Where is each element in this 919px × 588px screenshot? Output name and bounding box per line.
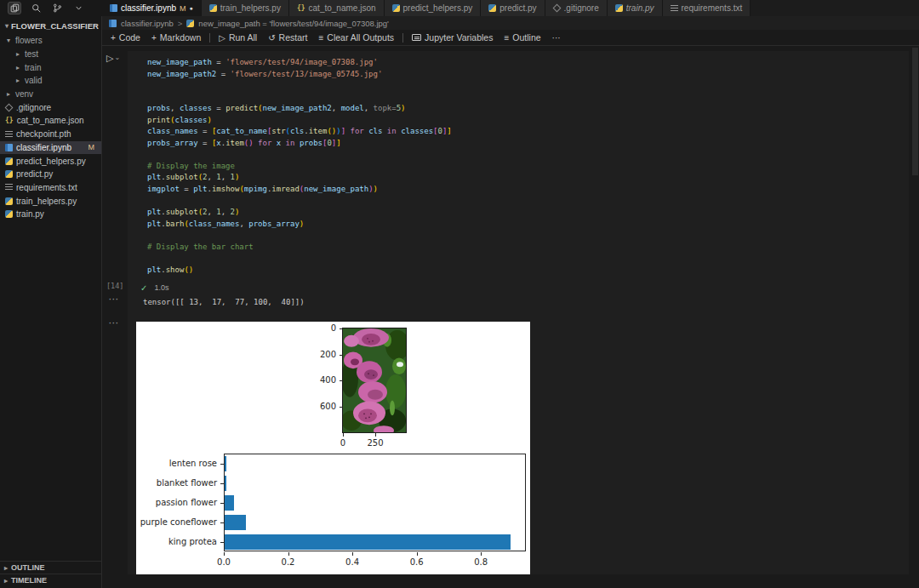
code-token: for	[345, 127, 368, 135]
scrollbar[interactable]	[912, 48, 918, 175]
file-label: flowers	[15, 36, 43, 45]
code-line[interactable]	[147, 196, 909, 208]
code-line[interactable]: plt.subplot(2, 1, 2)	[147, 207, 909, 219]
sidebar-item-venv[interactable]: ▸venv	[0, 88, 101, 101]
sidebar-item-train_helpers.py[interactable]: train_helpers.py	[0, 194, 101, 208]
tab-train.py[interactable]: train.py	[608, 0, 663, 16]
toolbar-jupyter-variables-button[interactable]: Jupyter Variables	[407, 30, 498, 46]
outline-panel-header[interactable]: ▸ OUTLINE	[0, 561, 101, 574]
tab-classifier.ipynb[interactable]: classifier.ipynbM●	[102, 0, 202, 16]
file-tree: ▾flowers▸test▸train▸valid▸venv.gitignore…	[0, 34, 101, 221]
tab-train_helpers.py[interactable]: train_helpers.py	[202, 0, 289, 16]
notebook-icon	[5, 144, 13, 151]
tab-requirements.txt[interactable]: requirements.txt	[663, 0, 751, 16]
toolbar-run-all-button[interactable]: ▷Run All	[214, 30, 262, 46]
cell-code-editor[interactable]: new_image_path = 'flowers/test/94/image_…	[128, 51, 909, 281]
explorer-icon[interactable]	[8, 2, 21, 14]
source-control-icon[interactable]	[50, 2, 64, 14]
text-output: tensor([[ 13, 17, 77, 100, 40]])	[128, 294, 909, 310]
toolbar-markdown-button[interactable]: +Markdown	[146, 30, 206, 46]
code-line[interactable]: probs_array = [x.item() for x in probs[0…	[147, 138, 909, 150]
image-ytick-label: 400	[136, 375, 336, 385]
code-line[interactable]: plt.subplot(2, 1, 1)	[147, 172, 909, 184]
code-token: plt	[147, 220, 161, 228]
tab-label: train_helpers.py	[220, 3, 281, 13]
breadcrumb-symbol[interactable]: new_image_path = 'flowers/test/94/image_…	[198, 19, 389, 28]
code-line[interactable]	[147, 149, 909, 161]
sidebar-item-valid[interactable]: ▸valid	[0, 74, 101, 88]
code-token: ]	[336, 139, 340, 147]
bar-xtick-label: 0.6	[404, 557, 430, 568]
file-label: classifier.ipynb	[16, 143, 71, 152]
code-line[interactable]	[147, 230, 909, 242]
axis-tick	[220, 483, 224, 484]
tab-predict_helpers.py[interactable]: predict_helpers.py	[385, 0, 482, 16]
sidebar-item-requirements.txt[interactable]: requirements.txt	[0, 181, 101, 195]
code-token: new_image_path2	[147, 70, 216, 78]
tab-predict.py[interactable]: predict.py	[481, 0, 545, 16]
sidebar-item-train[interactable]: ▸train	[0, 60, 101, 74]
sidebar-item-test[interactable]: ▸test	[0, 48, 101, 61]
execution-count: [14]	[106, 282, 123, 290]
code-line[interactable]	[147, 80, 909, 92]
tab-label: predict.py	[499, 3, 536, 13]
tab-.gitignore[interactable]: .gitignore	[545, 0, 608, 16]
code-line[interactable]: probs, classes = predict(new_image_path2…	[147, 103, 909, 115]
search-icon[interactable]	[29, 2, 43, 14]
bar-purple-coneflower	[225, 515, 246, 530]
chevron-open-icon: ▾	[5, 37, 12, 44]
bar-king-protea	[225, 534, 511, 550]
run-cell-button[interactable]: ▷ ⌄	[106, 53, 120, 64]
timeline-panel-header[interactable]: ▸ TIMELINE	[0, 574, 101, 586]
bar-xtick-label: 0.4	[340, 557, 365, 568]
code-line[interactable]: new_image_path = 'flowers/test/94/image_…	[147, 57, 909, 69]
sidebar-item-train.py[interactable]: train.py	[0, 208, 101, 221]
sidebar-item-predict_helpers.py[interactable]: predict_helpers.py	[0, 154, 101, 168]
axis-tick	[417, 552, 418, 556]
output-options-button[interactable]: ···	[109, 319, 119, 328]
toolbar-clear-all-outputs-button[interactable]: ≡Clear All Outputs	[313, 30, 399, 46]
axis-tick	[220, 464, 224, 465]
chevron-down-icon[interactable]	[71, 2, 85, 14]
sidebar-item-predict.py[interactable]: predict.py	[0, 168, 101, 181]
code-line[interactable]: print(classes)	[147, 115, 909, 127]
sidebar-item-.gitignore[interactable]: .gitignore	[0, 100, 101, 114]
code-line[interactable]: new_image_path2 = 'flowers/test/13/image…	[147, 69, 909, 81]
code-line[interactable]	[147, 92, 909, 104]
sidebar-item-checkpoint.pth[interactable]: checkpoint.pth	[0, 128, 101, 141]
breadcrumb-file[interactable]: classifier.ipynb	[121, 19, 174, 28]
output-options-button[interactable]: ···	[109, 295, 119, 304]
toolbar-label: Outline	[512, 32, 540, 43]
code-line[interactable]: class_names = [cat_to_name[str(cls.item(…	[147, 126, 909, 138]
code-line[interactable]: # Display the image	[147, 161, 909, 173]
code-token: )	[300, 220, 304, 228]
toolbar-restart-button[interactable]: ↺Restart	[263, 30, 312, 46]
tab-label: predict_helpers.py	[403, 3, 473, 13]
toolbar-⋯-button[interactable]: ···	[547, 30, 566, 46]
code-line[interactable]: plt.show()	[147, 265, 909, 277]
file-label: train_helpers.py	[16, 197, 77, 206]
axis-tick	[340, 380, 343, 381]
sidebar-item-cat_to_name.json[interactable]: {}cat_to_name.json	[0, 114, 101, 128]
toolbar-outline-button[interactable]: ≡Outline	[499, 30, 545, 46]
restart-icon: ↺	[268, 33, 275, 43]
code-token: in	[382, 127, 401, 135]
code-line[interactable]	[147, 253, 909, 265]
code-token: class_names	[189, 220, 240, 228]
code-token: cls	[290, 127, 304, 135]
dirty-dot-icon[interactable]: ●	[190, 5, 193, 11]
workspace-root[interactable]: ▾ FLOWER_CLASSIFIER	[0, 16, 101, 34]
code-line[interactable]: imgplot = plt.imshow(mpimg.imread(new_im…	[147, 184, 909, 196]
code-token: ,	[221, 173, 231, 181]
bar-category-label: purple coneflower	[136, 517, 217, 528]
code-line[interactable]: plt.barh(class_names, probs_array)	[147, 219, 909, 231]
tab-cat_to_name.json[interactable]: {}cat_to_name.json	[289, 0, 385, 16]
code-token: ,	[170, 104, 180, 112]
python-symbol-icon	[186, 20, 194, 27]
code-token: 'flowers/test/94/image_07308.jpg'	[225, 58, 378, 66]
code-line[interactable]: # Display the bar chart	[147, 242, 909, 254]
code-token: =	[198, 139, 212, 147]
sidebar-item-classifier.ipynb[interactable]: classifier.ipynbM	[0, 141, 101, 155]
sidebar-item-flowers[interactable]: ▾flowers	[0, 34, 101, 48]
toolbar-code-button[interactable]: +Code	[106, 30, 146, 46]
